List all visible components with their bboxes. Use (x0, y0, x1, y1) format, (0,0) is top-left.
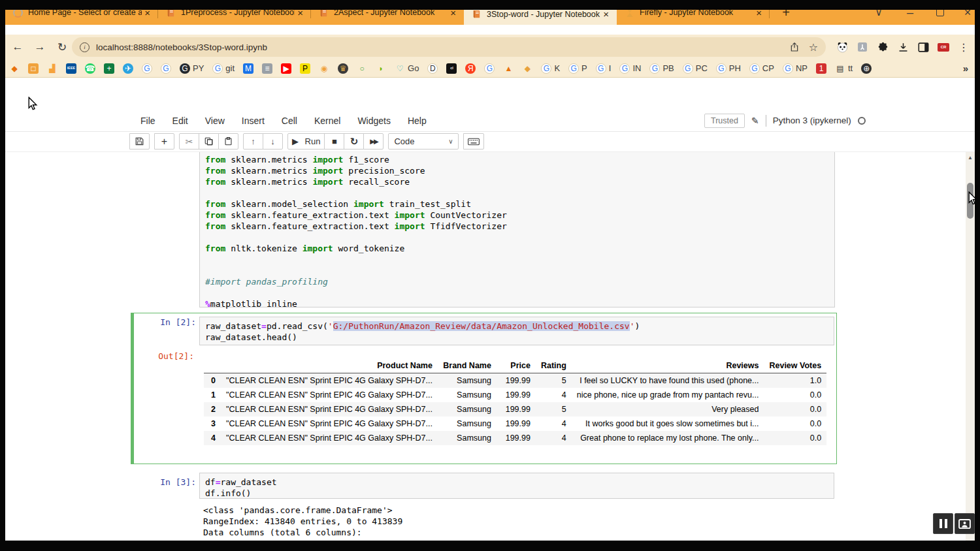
add-cell-button[interactable]: + (154, 133, 174, 150)
bookmark-camera[interactable]: ◉ (319, 63, 329, 74)
puzzle-extensions-icon[interactable] (877, 41, 889, 53)
bookmark-ieee[interactable]: IEEE (66, 63, 76, 74)
copy-cell-button[interactable] (199, 133, 219, 150)
scrollbar-track[interactable]: ▲ (966, 152, 975, 541)
recorder-overlay (933, 513, 975, 534)
site-info-icon[interactable]: i (80, 42, 90, 52)
bookmark-craigslist[interactable]: cl (446, 63, 457, 74)
move-cell-up-button[interactable]: ↑ (243, 133, 263, 150)
menu-edit[interactable]: Edit (164, 116, 197, 126)
downloads-icon[interactable] (897, 41, 909, 53)
bookmark-yandex[interactable]: Я (465, 63, 476, 74)
bookmark-dark-gold[interactable]: ♛ (338, 63, 348, 74)
bookmark-google-1[interactable]: G (142, 63, 152, 74)
menu-help[interactable]: Help (399, 116, 435, 126)
table-cell: 0.0 (764, 417, 826, 431)
bookmark-printer-tt[interactable]: ▤tt (835, 63, 853, 74)
bookmark-globe[interactable]: ⊕ (861, 63, 872, 74)
recorder-pause-button[interactable] (933, 513, 953, 534)
gray-extension-icon[interactable] (857, 41, 868, 53)
bookmark-telegram[interactable]: ✈ (123, 63, 133, 74)
bookmark-google-p[interactable]: GP (568, 63, 587, 74)
bookmark-red-one[interactable]: 1 (816, 63, 826, 74)
command-palette-keyboard-button[interactable] (463, 133, 484, 150)
run-button[interactable]: ▶ Run (287, 133, 325, 150)
bookmark-label: I (609, 63, 612, 73)
bookmark-orange-app[interactable]: □ (28, 63, 39, 74)
menu-insert[interactable]: Insert (233, 116, 273, 126)
bookmark-google-cp[interactable]: GCP (749, 63, 774, 74)
bookmark-sheets-icon: + (104, 63, 114, 74)
bookmark-google-i[interactable]: GI (596, 63, 612, 74)
menu-file[interactable]: File (132, 116, 164, 126)
bookmark-google-np[interactable]: GNP (783, 63, 808, 74)
cell-type-select[interactable]: Code∨ (388, 133, 459, 150)
trusted-button[interactable]: Trusted (704, 114, 745, 128)
scrollbar-thumb[interactable] (967, 183, 973, 219)
bookmark-orange-wing[interactable]: ◆ (522, 63, 532, 74)
bookmark-green-ring[interactable]: ○ (357, 63, 367, 74)
bookmark-google-pb[interactable]: GPB (649, 63, 674, 74)
bookmark-whatsapp[interactable]: ☎ (85, 63, 95, 74)
bookmark-star-icon[interactable]: ☆ (809, 41, 818, 54)
bookmark-analytics[interactable]: ▟ (47, 63, 57, 74)
bookmark-blue-m[interactable]: M (243, 63, 253, 74)
bookmark-google-k[interactable]: GK (541, 63, 560, 74)
bookmarks-overflow-chevron[interactable]: » (963, 63, 968, 74)
bookmark-label: git (225, 63, 235, 73)
recorder-webcam-button[interactable] (955, 513, 975, 534)
tab-close-icon[interactable]: × (600, 9, 612, 19)
bookmark-youtube[interactable]: ▶ (281, 63, 291, 74)
bookmark-red-one-icon: 1 (816, 63, 826, 74)
bookmark-github-py-icon: G (180, 63, 190, 74)
reload-button[interactable]: ↻ (52, 35, 72, 59)
table-cell: Samsung (438, 417, 497, 431)
bookmark-yellow-p[interactable]: P (300, 63, 310, 74)
forward-button[interactable]: → (30, 35, 50, 59)
menu-cell[interactable]: Cell (273, 116, 306, 126)
interrupt-kernel-button[interactable]: ■ (324, 133, 344, 150)
bookmark-google-ph[interactable]: GPH (716, 63, 741, 74)
bookmark-gray-app[interactable]: ≡ (262, 63, 272, 74)
bookmark-matlab[interactable]: ▲ (503, 63, 514, 74)
bookmark-github-py[interactable]: GPY (180, 63, 204, 74)
bookmark-google-2[interactable]: G (161, 63, 171, 74)
menu-view[interactable]: View (197, 116, 233, 126)
back-button[interactable]: ← (8, 35, 27, 59)
url-field[interactable]: i localhost:8888/notebooks/3Stop-word.ip… (72, 37, 826, 57)
cut-cell-button[interactable]: ✂ (179, 133, 199, 150)
code-cell-input[interactable]: df=raw_datasetdf.info() (199, 473, 834, 499)
bookmark-google-pc[interactable]: GPC (683, 63, 708, 74)
menu-widgets[interactable]: Widgets (349, 116, 399, 126)
panda-extension-icon[interactable] (836, 41, 848, 53)
bookmark-duckduckgo[interactable]: D (427, 63, 438, 74)
recorder-extension-icon[interactable]: CR (938, 41, 949, 53)
bookmark-matlab-icon: ▲ (503, 63, 514, 74)
bookmark-google-in[interactable]: GIN (619, 63, 641, 74)
edit-title-pencil-icon[interactable]: ✎ (751, 116, 759, 126)
bookmark-diamond[interactable]: ◆ (9, 63, 20, 74)
scrollbar-up-arrow[interactable]: ▲ (966, 155, 975, 161)
bookmark-google-3[interactable]: G (484, 63, 495, 74)
paste-cell-button[interactable] (218, 133, 238, 150)
menu-kernel[interactable]: Kernel (306, 116, 349, 126)
bookmark-label: P (581, 63, 587, 73)
share-icon[interactable] (789, 42, 800, 52)
bookmark-google-git[interactable]: Ggit (212, 63, 235, 74)
code-cell-input[interactable]: from sklearn.metrics import f1_scorefrom… (199, 152, 835, 307)
table-cell: 199.99 (497, 417, 536, 431)
bookmark-sheets[interactable]: + (104, 63, 114, 74)
restart-run-all-button[interactable]: ▶▶ (363, 133, 384, 150)
restart-kernel-button[interactable]: ↻ (344, 133, 364, 150)
sidebar-panel-icon[interactable] (917, 41, 929, 53)
url-text[interactable]: localhost:8888/notebooks/3Stop-word.ipyn… (96, 42, 780, 52)
save-button[interactable] (129, 133, 150, 150)
code-cell-input[interactable]: raw_dataset=pd.read_csv('G:/PuthonRun/Am… (199, 317, 834, 345)
move-cell-down-button[interactable]: ↓ (263, 133, 283, 150)
browser-menu-kebab-icon[interactable]: ⋮ (958, 41, 970, 53)
bookmark-godaddy[interactable]: ♡Go (395, 63, 419, 74)
bookmark-youtube-icon: ▶ (281, 63, 291, 74)
table-cell: 199.99 (497, 373, 536, 388)
code-line: raw_dataset=pd.read_csv('G:/PuthonRun/Am… (205, 321, 828, 332)
bookmark-nvidia[interactable]: ◗ (376, 63, 386, 74)
